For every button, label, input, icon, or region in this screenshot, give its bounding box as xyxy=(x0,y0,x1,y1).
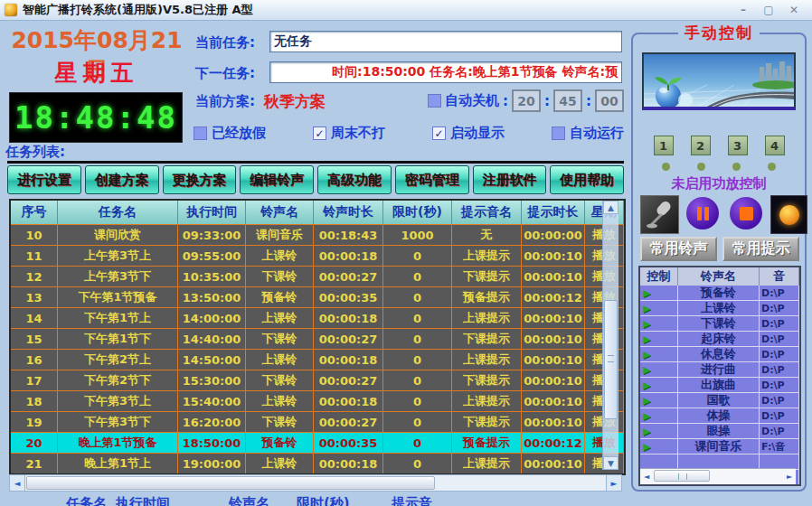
play-icon[interactable]: ▶ xyxy=(640,347,678,362)
cell-limit: 0 xyxy=(383,432,452,453)
shutdown-second-field[interactable]: 00 xyxy=(595,89,624,112)
shutdown-minute-field[interactable]: 45 xyxy=(553,89,582,112)
task-list-label: 任务列表: xyxy=(5,144,65,161)
table-row[interactable]: 14下午第1节上14:00:00上课铃00:00:180上课提示00:00:10… xyxy=(11,307,624,328)
microphone-icon[interactable] xyxy=(640,195,679,234)
play-icon[interactable]: ▶ xyxy=(640,301,678,316)
cell-time: 15:40:00 xyxy=(178,390,246,411)
checkbox-2[interactable]: ✓启动显示 xyxy=(432,125,505,142)
ring-name: 起床铃 xyxy=(678,332,760,347)
checkbox-checked-icon[interactable]: ✓ xyxy=(432,126,446,140)
scroll-down-icon[interactable]: ▼ xyxy=(603,456,618,470)
toolbar-button-6[interactable]: 注册软件 xyxy=(473,165,547,194)
play-icon[interactable]: ▶ xyxy=(640,362,678,378)
ring-row[interactable]: ▶起床铃D:\P xyxy=(640,332,799,347)
table-row[interactable]: 18下午第3节上15:40:00上课铃00:00:180上课提示00:00:10… xyxy=(11,390,624,411)
ring-row[interactable]: ▶下课铃D:\P xyxy=(640,316,799,332)
ring-path: D:\P xyxy=(760,316,799,332)
table-horizontal-scrollbar[interactable]: ◄ ► xyxy=(9,474,622,492)
table-row[interactable]: 12上午第3节下10:35:00下课铃00:00:270下课提示00:00:10… xyxy=(11,266,624,286)
play-icon[interactable]: ▶ xyxy=(640,332,678,347)
scroll-left-icon[interactable]: ◄ xyxy=(10,475,25,491)
table-row[interactable]: 17下午第2节下15:30:00下课铃00:00:270下课提示00:00:10… xyxy=(11,370,624,390)
digital-clock: 18:48:48 xyxy=(9,92,183,143)
table-row[interactable]: 15下午第1节下14:40:00下课铃00:00:270下课提示00:00:10… xyxy=(11,328,624,349)
cell-pdur: 00:00:12 xyxy=(522,432,585,453)
toolbar-button-4[interactable]: 高级功能 xyxy=(317,165,392,194)
checkbox-3[interactable]: 自动运行 xyxy=(552,125,624,142)
checkbox-unchecked-icon[interactable] xyxy=(552,126,565,140)
cell-prompt: 下课提示 xyxy=(452,266,522,286)
ring-list-scrollbar[interactable]: ◄ ► xyxy=(640,468,796,484)
play-icon[interactable]: ▶ xyxy=(640,439,678,454)
cell-ring: 预备铃 xyxy=(246,286,314,307)
auto-shutdown-checkbox[interactable] xyxy=(428,94,441,108)
table-vertical-scrollbar[interactable]: ▲ ▼ xyxy=(602,201,618,470)
table-row[interactable]: 13下午第1节预备13:50:00预备铃00:00:350预备提示00:00:1… xyxy=(11,286,624,307)
ring-row[interactable]: ▶眼操D:\P xyxy=(640,424,799,439)
current-plan-label: 当前方案: xyxy=(195,93,255,110)
toolbar-button-2[interactable]: 更换方案 xyxy=(163,165,237,194)
checkbox-unchecked-icon[interactable] xyxy=(194,126,207,140)
ring-row[interactable]: ▶课间音乐F:\音 xyxy=(640,439,799,454)
play-icon[interactable]: ▶ xyxy=(640,424,678,439)
panel-title-text: 手动控制 xyxy=(678,23,760,42)
stop-button[interactable] xyxy=(730,197,762,230)
scroll-left-icon[interactable]: ◄ xyxy=(640,470,653,483)
ring-name: 进行曲 xyxy=(678,362,760,378)
maximize-button[interactable]: ▢ xyxy=(756,3,781,17)
channel-button-2[interactable]: 2 xyxy=(691,136,711,155)
checkbox-checked-icon[interactable]: ✓ xyxy=(313,126,326,140)
play-icon[interactable]: ▶ xyxy=(640,378,678,393)
toolbar-button-1[interactable]: 创建方案 xyxy=(85,165,159,194)
table-row[interactable]: 11上午第3节上09:55:00上课铃00:00:180上课提示00:00:10… xyxy=(11,245,624,266)
play-icon[interactable]: ▶ xyxy=(640,316,678,332)
channel-button-1[interactable]: 1 xyxy=(654,136,674,155)
channel-button-3[interactable]: 3 xyxy=(728,136,748,155)
cell-time: 14:00:00 xyxy=(178,307,246,328)
cell-name: 下午第3节下 xyxy=(58,411,178,432)
power-amp-button[interactable] xyxy=(770,195,807,234)
channel-button-4[interactable]: 4 xyxy=(765,136,785,155)
pause-button[interactable] xyxy=(686,197,719,230)
ring-row[interactable]: ▶休息铃D:\P xyxy=(640,347,799,362)
cell-prompt: 预备提示 xyxy=(452,432,522,453)
toolbar-button-5[interactable]: 密码管理 xyxy=(395,165,469,194)
play-icon[interactable]: ▶ xyxy=(640,393,678,408)
toolbar-button-3[interactable]: 编辑铃声 xyxy=(240,165,314,194)
cell-no: 18 xyxy=(11,390,58,411)
ring-scroll-thumb[interactable] xyxy=(654,470,710,482)
toolbar-button-0[interactable]: 进行设置 xyxy=(7,165,81,194)
next-task-field[interactable]: 时间:18:50:00 任务名:晚上第1节预备 铃声名:预 xyxy=(269,61,622,83)
close-button[interactable]: ✕ xyxy=(781,3,807,17)
play-icon[interactable]: ▶ xyxy=(640,286,678,301)
table-row[interactable]: 20晚上第1节预备18:50:00预备铃00:00:350预备提示00:00:1… xyxy=(11,432,624,453)
scroll-up-icon[interactable]: ▲ xyxy=(603,201,618,214)
cell-ring: 上课铃 xyxy=(246,349,314,370)
table-row[interactable]: 19下午第3节下16:20:00下课铃00:00:270下课提示00:00:10… xyxy=(11,411,624,432)
shutdown-hour-field[interactable]: 20 xyxy=(512,89,541,112)
ring-row[interactable]: ▶出旗曲D:\P xyxy=(640,378,799,393)
scroll-right-icon[interactable]: ► xyxy=(606,475,621,491)
minimize-button[interactable]: – xyxy=(731,3,756,17)
checkbox-1[interactable]: ✓周末不打 xyxy=(313,125,385,142)
vertical-scroll-thumb[interactable] xyxy=(604,300,618,419)
ring-row[interactable]: ▶预备铃D:\P xyxy=(640,286,799,301)
ring-row[interactable]: ▶国歌D:\P xyxy=(640,393,799,408)
ring-row[interactable]: ▶体操D:\P xyxy=(640,408,799,424)
table-row[interactable]: 10课间欣赏09:33:00课间音乐00:18:431000无00:00:00播… xyxy=(11,224,624,245)
ring-row[interactable]: ▶上课铃D:\P xyxy=(640,301,799,316)
checkbox-0[interactable]: 已经放假 xyxy=(194,125,266,142)
quick-button-0[interactable]: 常用铃声 xyxy=(640,237,717,261)
table-row[interactable]: 16下午第2节上14:50:00上课铃00:00:180上课提示00:00:10… xyxy=(11,349,624,370)
horizontal-scroll-thumb[interactable] xyxy=(26,476,435,490)
toolbar-button-7[interactable]: 使用帮助 xyxy=(550,165,624,194)
ring-row[interactable]: ▶进行曲D:\P xyxy=(640,362,799,378)
current-task-field[interactable]: 无任务 xyxy=(269,31,622,52)
cell-dur: 00:00:27 xyxy=(314,328,383,349)
scroll-right-icon[interactable]: ► xyxy=(783,470,796,483)
play-icon[interactable]: ▶ xyxy=(640,408,678,424)
channel-dot-4 xyxy=(768,163,776,171)
quick-button-1[interactable]: 常用提示 xyxy=(722,237,799,261)
table-row[interactable]: 21晚上第1节上19:00:00上课铃00:00:180上课提示00:00:10… xyxy=(11,453,624,473)
